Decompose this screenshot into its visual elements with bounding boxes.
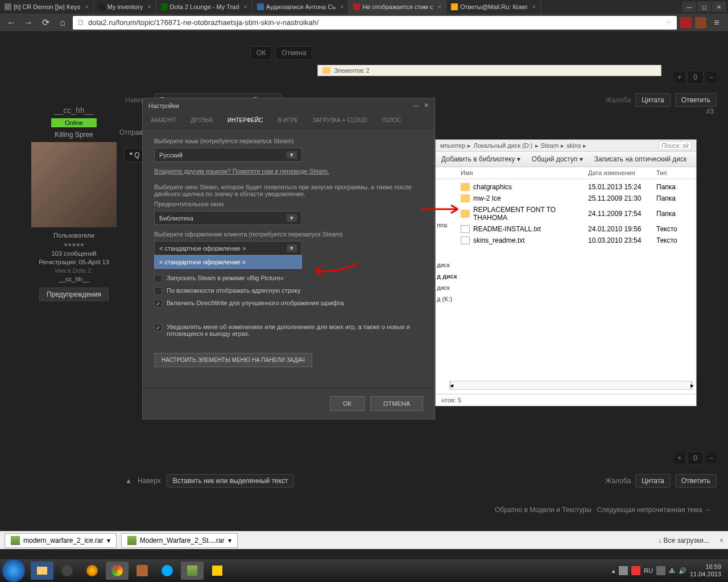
minimize-icon[interactable]: — xyxy=(413,102,419,109)
quote-button[interactable]: Цитата xyxy=(635,474,670,488)
online-badge: Online xyxy=(51,118,97,127)
taskbar-explorer[interactable] xyxy=(31,562,53,580)
username[interactable]: __cc_hh__ xyxy=(23,106,125,115)
dialog-titlebar[interactable]: Настройки — ✕ xyxy=(143,98,435,113)
file-row[interactable]: chatgraphics15.01.2013 15:24Папка xyxy=(455,181,696,193)
tab-interface[interactable]: ИНТЕРФЕЙС xyxy=(225,113,265,128)
download-item[interactable]: modern_warfare_2_ice.rar▾ xyxy=(5,533,117,548)
tray-icon[interactable] xyxy=(619,566,628,575)
vote-up[interactable]: + xyxy=(674,72,685,82)
bigpicture-checkbox[interactable]: Запускать Steam в режиме «Big Picture» xyxy=(154,275,423,282)
close-button[interactable]: ✕ xyxy=(712,2,726,12)
vote-down[interactable]: − xyxy=(706,72,717,82)
taskbar-app[interactable] xyxy=(81,562,104,580)
tab-downloads[interactable]: ЗАГРУЗКА + CLOUD xyxy=(311,113,370,128)
file-row[interactable]: REPLACEMENT FONT TO THAHOMA24.11.2009 17… xyxy=(455,204,696,223)
browser-tab-active[interactable]: Не отображается стим с× xyxy=(349,0,446,14)
system-tray[interactable]: ▴ RU 🖧 🔊 16:59 11.04.2013 xyxy=(612,563,726,578)
taskbar-winrar[interactable] xyxy=(181,562,204,580)
quote-button[interactable]: Цитата xyxy=(635,93,670,107)
reply-button[interactable]: Ответить xyxy=(675,474,717,488)
show-all-downloads[interactable]: ↓ Все загрузки... xyxy=(658,537,709,544)
directwrite-checkbox[interactable]: ✓Включить DirectWrite для улучшенного от… xyxy=(154,300,423,307)
user-title: Killing Spree xyxy=(23,131,125,139)
browser-tab[interactable]: My inventory× xyxy=(94,0,156,14)
forward-button[interactable]: → xyxy=(22,16,35,30)
complaint-link[interactable]: Жалоба xyxy=(605,96,631,104)
close-icon[interactable]: × xyxy=(437,3,441,10)
top-link[interactable]: Наверх xyxy=(138,477,161,485)
tray-up-icon[interactable]: ▴ xyxy=(612,567,615,575)
skin-select[interactable]: < стандартное оформление >▾ xyxy=(154,241,302,255)
vote-down[interactable]: − xyxy=(706,453,717,463)
complaint-link[interactable]: Жалоба xyxy=(605,477,631,485)
extension-icon[interactable] xyxy=(695,17,706,28)
browser-tab[interactable]: Аудиозаписи Антона Сь× xyxy=(253,0,349,14)
close-icon[interactable]: × xyxy=(532,3,536,10)
home-button[interactable]: ⌂ xyxy=(56,16,69,30)
file-row[interactable]: skins_readme.txt10.03.2010 23:54Тексто xyxy=(455,235,696,246)
post-number[interactable]: #3 xyxy=(706,107,714,115)
close-icon[interactable]: ✕ xyxy=(424,102,429,109)
taskbar-steam[interactable] xyxy=(56,562,78,580)
minimize-button[interactable]: — xyxy=(682,2,696,12)
close-icon[interactable]: × xyxy=(340,3,344,10)
insert-nick-button[interactable]: Вставить ник или выделенный текст xyxy=(167,474,295,488)
taskbar-menu-button[interactable]: НАСТРОИТЬ ЭЛЕМЕНТЫ МЕНЮ НА ПАНЕЛИ ЗАДАЧ xyxy=(154,353,312,367)
skin-dropdown-option[interactable]: < стандартное оформление > xyxy=(154,255,302,269)
ok-button[interactable]: ОК xyxy=(330,396,365,411)
browser-tab[interactable]: Dota 2 Lounge - My Trad× xyxy=(156,0,253,14)
tray-icon[interactable] xyxy=(656,566,665,575)
addressbar-checkbox[interactable]: По возможности отображать адресную строк… xyxy=(154,287,423,295)
vote-up[interactable]: + xyxy=(674,453,685,463)
taskbar-app[interactable] xyxy=(206,562,229,580)
language-indicator[interactable]: RU xyxy=(644,567,653,574)
burn-button[interactable]: Записать на оптический диск xyxy=(594,155,687,163)
avatar[interactable] xyxy=(31,142,117,227)
reply-button[interactable]: Ответить xyxy=(675,93,717,107)
translate-link[interactable]: Владеете другим языком? Помогите нам в п… xyxy=(154,168,423,174)
cancel-button[interactable]: ОТМЕНА xyxy=(370,396,423,411)
close-icon[interactable]: × xyxy=(85,3,88,10)
browser-tab[interactable]: [h] CR Demon []w] Keys× xyxy=(0,0,94,14)
file-row[interactable]: mw-2 Ice25.11.2009 21:30Папка xyxy=(455,193,696,204)
folder-icon xyxy=(461,183,470,191)
maximize-button[interactable]: ◻ xyxy=(697,2,711,12)
warnings-button[interactable]: Предупреждения xyxy=(39,288,109,301)
close-icon[interactable]: × xyxy=(719,537,723,544)
file-row[interactable]: README-INSTALL.txt24.01.2010 19:56Тексто xyxy=(455,223,696,235)
tab-account[interactable]: АККАУНТ xyxy=(148,113,178,128)
download-item[interactable]: Modern_Warfare_2_St....rar▾ xyxy=(121,533,238,548)
language-select[interactable]: Русский▾ xyxy=(154,148,302,162)
taskbar-app[interactable] xyxy=(131,562,154,580)
reload-button[interactable]: ⟳ xyxy=(39,16,52,30)
network-icon[interactable]: 🖧 xyxy=(669,567,675,574)
explorer-breadcrumb[interactable]: мпьютер ▸ Локальный диск (D:) ▸ Steam ▸ … xyxy=(436,140,696,152)
tab-ingame[interactable]: В ИГРЕ xyxy=(275,113,300,128)
extension-icon[interactable] xyxy=(680,17,692,28)
search-input[interactable]: Поиск: sk xyxy=(659,141,692,150)
menu-button[interactable]: ≡ xyxy=(710,16,723,30)
ok-button[interactable]: ОК xyxy=(250,46,272,60)
close-icon[interactable]: × xyxy=(243,3,247,10)
browser-tab[interactable]: Ответы@Mail.Ru: Комп× xyxy=(446,0,541,14)
volume-icon[interactable]: 🔊 xyxy=(679,567,686,575)
explorer-columns[interactable]: Имя Дата изменения Тип xyxy=(436,167,696,179)
close-icon[interactable]: × xyxy=(147,3,151,10)
add-library-button[interactable]: Добавить в библиотеку ▾ xyxy=(441,155,520,163)
taskbar-skype[interactable] xyxy=(156,562,179,580)
share-button[interactable]: Общий доступ ▾ xyxy=(532,155,583,163)
tab-friends[interactable]: ДРУЗЬЯ xyxy=(188,113,215,128)
tray-icon[interactable] xyxy=(631,566,640,575)
notify-checkbox[interactable]: ✓Уведомлять меня об изменениях или допол… xyxy=(154,323,423,337)
footer-nav[interactable]: Обратно в Модели и Текстуры · Следующая … xyxy=(495,506,711,514)
scrollbar-horizontal[interactable]: ◂ ▸ xyxy=(449,381,693,390)
start-button[interactable] xyxy=(2,559,25,582)
clock[interactable]: 16:59 11.04.2013 xyxy=(690,563,721,578)
cancel-button[interactable]: Отмена xyxy=(275,46,312,60)
url-input[interactable]: 🗋 dota2.ru/forum/topic/176871-ne-otobraz… xyxy=(73,16,677,30)
taskbar-chrome[interactable] xyxy=(106,562,129,580)
tab-voice[interactable]: ГОЛОС xyxy=(379,113,403,128)
back-button[interactable]: ← xyxy=(5,16,18,30)
window-select[interactable]: Библиотека▾ xyxy=(154,211,302,225)
